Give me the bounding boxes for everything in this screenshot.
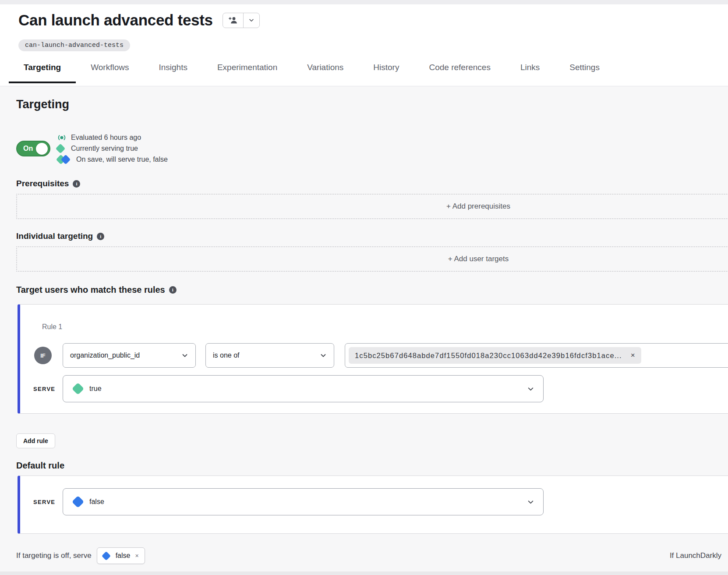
default-serve-value: false xyxy=(89,498,104,506)
add-prerequisites-dropzone[interactable]: + Add prerequisites xyxy=(16,194,728,219)
remove-off-variation-icon[interactable]: × xyxy=(135,552,138,559)
prerequisites-info-icon[interactable] xyxy=(73,180,80,188)
off-variation-label: If targeting is off, serve xyxy=(16,551,92,560)
live-evaluation-icon xyxy=(57,133,68,142)
chevron-down-icon xyxy=(248,17,254,23)
value-chip-text: 1c5bc25b67d648abde7df1550fd018a230cc1063… xyxy=(355,351,622,360)
chevron-down-icon xyxy=(527,385,534,393)
if-badge: IF xyxy=(34,347,52,364)
if-launchdarkly-text: If LaunchDarkly xyxy=(670,551,721,560)
flag-actions-split-button xyxy=(223,13,260,28)
tab-variations[interactable]: Variations xyxy=(292,63,358,83)
rule-serve-value: true xyxy=(89,385,102,393)
flag-key-badge: can-launch-advanced-tests xyxy=(18,39,130,51)
status-on-save-text: On save, will serve true, false xyxy=(76,156,168,163)
toggle-state-label: On xyxy=(23,145,33,153)
targeting-section-heading: Targeting xyxy=(16,98,728,111)
add-prerequisites-label: + Add prerequisites xyxy=(446,202,510,211)
tab-workflows[interactable]: Workflows xyxy=(76,63,144,83)
tab-bar: Targeting Workflows Insights Experimenta… xyxy=(9,63,728,83)
flag-status-summary: Evaluated 6 hours ago Currently serving … xyxy=(57,133,168,164)
rules-heading: Target users who match these rules xyxy=(16,285,165,295)
rule-card-1: Rule 1 IF organization_public_id is one … xyxy=(18,304,728,414)
chevron-down-icon xyxy=(320,352,327,359)
off-variation-value: false xyxy=(116,552,131,560)
status-evaluated: Evaluated 6 hours ago xyxy=(57,133,168,142)
tab-experimentation[interactable]: Experimentation xyxy=(202,63,292,83)
add-user-targets-label: + Add user targets xyxy=(448,255,509,263)
serve-label: SERVE xyxy=(33,499,59,505)
green-blue-diamond-pair-icon xyxy=(57,155,72,164)
status-evaluated-text: Evaluated 6 hours ago xyxy=(71,134,141,142)
attribute-value: organization_public_id xyxy=(70,351,140,359)
status-on-save: On save, will serve true, false xyxy=(57,155,168,164)
serve-label: SERVE xyxy=(33,386,59,392)
tab-targeting[interactable]: Targeting xyxy=(9,63,76,83)
prerequisites-heading: Prerequisites xyxy=(16,179,69,188)
rules-info-icon[interactable] xyxy=(169,286,177,294)
tab-links[interactable]: Links xyxy=(505,63,555,83)
status-serving-text: Currently serving true xyxy=(71,145,138,153)
remove-value-icon[interactable]: × xyxy=(631,351,635,360)
individual-targeting-heading: Individual targeting xyxy=(16,231,93,241)
off-variation-select[interactable]: false × xyxy=(97,547,145,564)
attribute-select[interactable]: organization_public_id xyxy=(63,343,196,368)
top-edge-strip xyxy=(0,0,728,4)
tab-code-references[interactable]: Code references xyxy=(414,63,505,83)
flag-on-off-toggle[interactable]: On xyxy=(16,141,50,156)
rule-values-input[interactable]: 1c5bc25b67d648abde7df1550fd018a230cc1063… xyxy=(345,343,728,368)
rule-serve-select[interactable]: true xyxy=(63,375,544,402)
chevron-down-icon xyxy=(181,352,188,359)
green-diamond-icon xyxy=(56,144,66,154)
add-member-button[interactable] xyxy=(223,13,243,28)
page-title: Can launch advanced tests xyxy=(18,11,213,29)
blue-diamond-icon xyxy=(72,496,84,508)
green-diamond-icon xyxy=(72,383,84,395)
person-plus-icon xyxy=(228,16,238,25)
tab-insights[interactable]: Insights xyxy=(144,63,202,83)
add-user-targets-dropzone[interactable]: + Add user targets xyxy=(16,246,728,272)
flag-header: Can launch advanced tests can-launch-adv… xyxy=(0,4,728,86)
operator-value: is one of xyxy=(213,351,239,359)
toggle-knob xyxy=(36,143,48,155)
default-serve-select[interactable]: false xyxy=(63,488,544,515)
rule-name: Rule 1 xyxy=(42,323,728,331)
operator-select[interactable]: is one of xyxy=(205,343,334,368)
flag-actions-dropdown-button[interactable] xyxy=(243,13,259,28)
tab-settings[interactable]: Settings xyxy=(555,63,615,83)
bottom-edge-strip xyxy=(0,571,728,575)
tab-history[interactable]: History xyxy=(358,63,414,83)
default-rule-heading: Default rule xyxy=(16,461,728,471)
value-chip: 1c5bc25b67d648abde7df1550fd018a230cc1063… xyxy=(349,347,641,364)
chevron-down-icon xyxy=(527,498,534,506)
add-rule-button[interactable]: Add rule xyxy=(16,433,55,448)
status-currently-serving: Currently serving true xyxy=(57,145,168,153)
individual-targeting-info-icon[interactable] xyxy=(97,233,104,240)
default-rule-card: SERVE false xyxy=(18,476,728,534)
blue-diamond-icon xyxy=(102,551,111,560)
